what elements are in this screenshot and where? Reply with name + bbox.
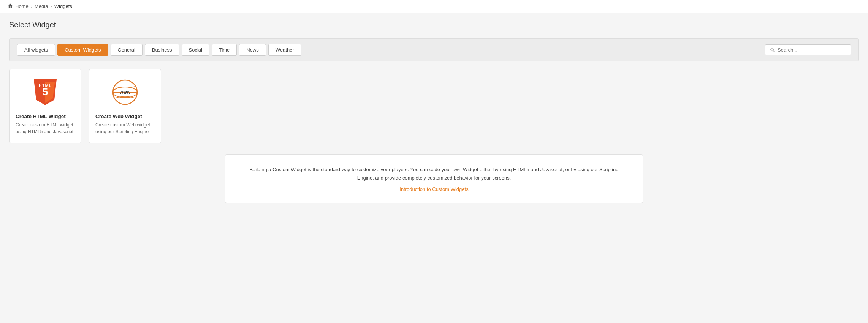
- search-icon: [770, 47, 775, 53]
- web-widget-card[interactable]: WWW Create Web Widget Create custom Web …: [89, 69, 161, 143]
- breadcrumb-sep-1: ›: [31, 3, 32, 9]
- web-widget-title: Create Web Widget: [95, 113, 142, 119]
- filter-bar: All widgets Custom Widgets General Busin…: [9, 38, 859, 61]
- widgets-grid: 5 HTML Create HTML Widget Create custom …: [9, 69, 859, 143]
- tab-general[interactable]: General: [111, 44, 143, 56]
- search-box: [765, 44, 851, 55]
- tab-time[interactable]: Time: [212, 44, 237, 56]
- svg-text:5: 5: [43, 86, 48, 98]
- search-input[interactable]: [778, 47, 846, 53]
- breadcrumb-home[interactable]: Home: [15, 3, 29, 9]
- tab-social[interactable]: Social: [182, 44, 209, 56]
- breadcrumb-sep-2: ›: [50, 3, 52, 9]
- html-widget-title: Create HTML Widget: [16, 113, 66, 119]
- tab-business[interactable]: Business: [145, 44, 179, 56]
- html-widget-card[interactable]: 5 HTML Create HTML Widget Create custom …: [9, 69, 81, 143]
- tab-news[interactable]: News: [239, 44, 266, 56]
- tab-all-widgets[interactable]: All widgets: [17, 44, 55, 56]
- web-widget-icon: WWW: [95, 77, 155, 107]
- breadcrumb-media[interactable]: Media: [35, 3, 48, 9]
- filter-tabs: All widgets Custom Widgets General Busin…: [17, 44, 301, 56]
- intro-link[interactable]: Introduction to Custom Widgets: [399, 186, 468, 192]
- breadcrumb-current: Widgets: [54, 3, 72, 9]
- html-widget-desc: Create custom HTML widget using HTML5 an…: [16, 121, 75, 135]
- web-widget-desc: Create custom Web widget using our Scrip…: [95, 121, 155, 135]
- tab-weather[interactable]: Weather: [268, 44, 301, 56]
- breadcrumb: Home › Media › Widgets: [0, 0, 868, 13]
- tab-custom-widgets[interactable]: Custom Widgets: [57, 44, 108, 56]
- html-widget-icon: 5 HTML: [16, 77, 75, 107]
- home-icon: [8, 3, 13, 9]
- svg-text:WWW: WWW: [120, 90, 131, 95]
- page-title: Select Widget: [9, 20, 859, 29]
- svg-line-1: [773, 50, 775, 52]
- svg-text:HTML: HTML: [39, 83, 52, 88]
- info-box-text: Building a Custom Widget is the standard…: [241, 165, 627, 182]
- info-box: Building a Custom Widget is the standard…: [225, 154, 643, 203]
